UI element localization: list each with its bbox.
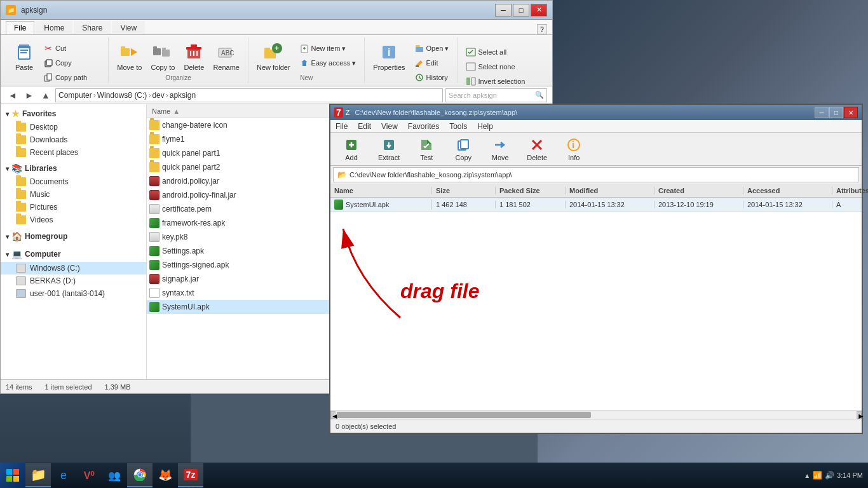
zip-scrollbar-h[interactable]: ◄ ► [330, 410, 862, 419]
zip-menu-favorites[interactable]: Favorites [403, 121, 444, 132]
zip-delete-button[interactable]: Delete [521, 134, 553, 165]
new-folder-label: New folder [257, 64, 290, 71]
sidebar-item-desktop[interactable]: Desktop [1, 121, 146, 133]
help-button[interactable]: ? [537, 24, 547, 34]
cut-button[interactable]: ✂ Cut [40, 41, 103, 55]
address-apksign[interactable]: apksign [170, 91, 196, 100]
properties-button[interactable]: i Properties [370, 40, 408, 73]
computer-label: Computer [25, 250, 61, 259]
zip-copy-button[interactable]: Copy [447, 134, 479, 165]
close-button[interactable]: ✕ [531, 4, 547, 17]
jar-icon [149, 190, 159, 200]
col-size[interactable]: Size [432, 187, 496, 194]
sidebar-item-music[interactable]: Music [1, 188, 146, 201]
history-button[interactable]: History [411, 71, 452, 85]
open-button[interactable]: Open ▾ [411, 41, 452, 55]
forward-button[interactable]: ► [22, 88, 36, 102]
tab-home[interactable]: Home [36, 21, 72, 34]
move-to-button[interactable]: Move to [114, 40, 145, 73]
start-button[interactable] [0, 463, 25, 488]
col-accessed[interactable]: Accessed [743, 187, 832, 194]
zip-close-btn[interactable]: ✕ [844, 107, 858, 118]
zip-info-button[interactable]: i Info [558, 134, 590, 165]
zip-scroll-left-btn[interactable]: ◄ [330, 411, 336, 419]
zip-file-row[interactable]: SystemUI.apk 1 462 148 1 181 502 2014-01… [330, 198, 862, 212]
sidebar-item-windows8[interactable]: Windows8 (C:) [1, 262, 146, 274]
zip-scroll-right-btn[interactable]: ► [857, 411, 862, 419]
homegroup-header[interactable]: ▾ 🏠 Homegroup [1, 229, 146, 244]
tab-view[interactable]: View [112, 21, 145, 34]
clipboard-group: Paste ✂ Cut Copy [6, 37, 109, 83]
taskbar-clock[interactable]: 3:14 PM [837, 471, 863, 479]
paste-button[interactable]: Paste [11, 40, 37, 73]
zip-menu-tools[interactable]: Tools [444, 121, 472, 132]
copy-to-button[interactable]: Copy to [147, 40, 178, 73]
taskbar-ie-btn[interactable]: e [51, 463, 76, 487]
zip-status-bar: 0 object(s) selected [330, 419, 862, 433]
address-dev[interactable]: dev [152, 91, 164, 100]
taskbar-7zip-btn[interactable]: 7z [178, 463, 203, 487]
easy-access-button[interactable]: Easy access ▾ [296, 56, 360, 70]
computer-section: ▾ 💻 Computer Windows8 (C:) BERKAS (D:) u… [1, 247, 146, 300]
up-button[interactable]: ▲ [39, 88, 53, 102]
new-item-button[interactable]: New item ▾ [296, 41, 360, 55]
delete-button[interactable]: Delete [180, 40, 207, 73]
libraries-header[interactable]: ▾ 📚 Libraries [1, 161, 146, 175]
zip-file-size-cell: 1 462 148 [432, 201, 496, 208]
zip-minimize-btn[interactable]: ─ [815, 107, 829, 118]
svg-rect-25 [264, 48, 270, 50]
taskbar-chrome-btn[interactable] [127, 463, 153, 487]
zip-menu-help[interactable]: Help [472, 121, 498, 132]
paste-label: Paste [15, 64, 33, 71]
col-packed-size[interactable]: Packed Size [496, 187, 566, 194]
tab-share[interactable]: Share [74, 21, 111, 34]
taskbar-firefox-btn[interactable]: 🦊 [153, 463, 178, 487]
back-button[interactable]: ◄ [6, 88, 20, 102]
ribbon-tabs: File Home Share View ? [1, 20, 552, 35]
search-box[interactable]: Search apksign 🔍 [445, 88, 547, 102]
sidebar-item-recent[interactable]: Recent places [1, 146, 146, 159]
taskbar-people-btn[interactable]: 👥 [102, 463, 127, 487]
tab-file[interactable]: File [6, 21, 34, 34]
address-computer[interactable]: Computer [58, 91, 92, 100]
taskbar-people-icon: 👥 [108, 470, 121, 482]
edit-button[interactable]: Edit [411, 56, 452, 70]
sidebar-item-downloads[interactable]: Downloads [1, 133, 146, 146]
downloads-label: Downloads [30, 135, 67, 144]
zip-menu-view[interactable]: View [376, 121, 403, 132]
sidebar-item-videos[interactable]: Videos [1, 214, 146, 226]
copy-button[interactable]: Copy [40, 56, 103, 70]
sidebar-item-berkas[interactable]: BERKAS (D:) [1, 274, 146, 287]
rename-button[interactable]: ABC Rename [210, 40, 243, 73]
maximize-button[interactable]: □ [513, 4, 529, 17]
zip-move-button[interactable]: Move [484, 134, 516, 165]
computer-header[interactable]: ▾ 💻 Computer [1, 247, 146, 262]
col-created[interactable]: Created [654, 187, 743, 194]
copy-path-button[interactable]: Copy path [40, 71, 103, 85]
taskbar-explorer-btn[interactable]: 📁 [25, 463, 51, 487]
sidebar-item-user[interactable]: user-001 (lantai3-014) [1, 287, 146, 300]
select-none-button[interactable]: Select none [463, 60, 528, 74]
favorites-header[interactable]: ▾ ★ Favorites [1, 107, 146, 121]
select-all-button[interactable]: Select all [463, 45, 528, 59]
taskbar-v0-btn[interactable]: V⁰ [76, 463, 102, 487]
zip-menu-file[interactable]: File [330, 121, 353, 132]
address-drive[interactable]: Windows8 (C:) [97, 91, 147, 100]
col-modified[interactable]: Modified [566, 187, 654, 194]
col-attributes[interactable]: Attributes [832, 187, 868, 194]
zip-path-bar[interactable]: 📂 C:\dev\New folder\flashable_kosong.zip… [333, 167, 859, 182]
zip-add-button[interactable]: Add [336, 134, 367, 165]
zip-menu-edit[interactable]: Edit [353, 121, 376, 132]
new-folder-button[interactable]: + New folder [254, 40, 294, 73]
zip-test-button[interactable]: Test [410, 134, 442, 165]
minimize-button[interactable]: ─ [495, 4, 512, 17]
zip-maximize-btn[interactable]: □ [829, 107, 843, 118]
zip-extract-button[interactable]: Extract [372, 134, 405, 165]
new-folder-icon: + [263, 42, 283, 62]
zip-scroll-thumb[interactable] [337, 412, 591, 418]
col-name[interactable]: Name [330, 187, 432, 194]
sidebar-item-pictures[interactable]: Pictures [1, 201, 146, 214]
zip-info-label: Info [568, 154, 580, 161]
address-path[interactable]: Computer › Windows8 (C:) › dev › apksign [55, 88, 443, 102]
sidebar-item-documents[interactable]: Documents [1, 175, 146, 188]
